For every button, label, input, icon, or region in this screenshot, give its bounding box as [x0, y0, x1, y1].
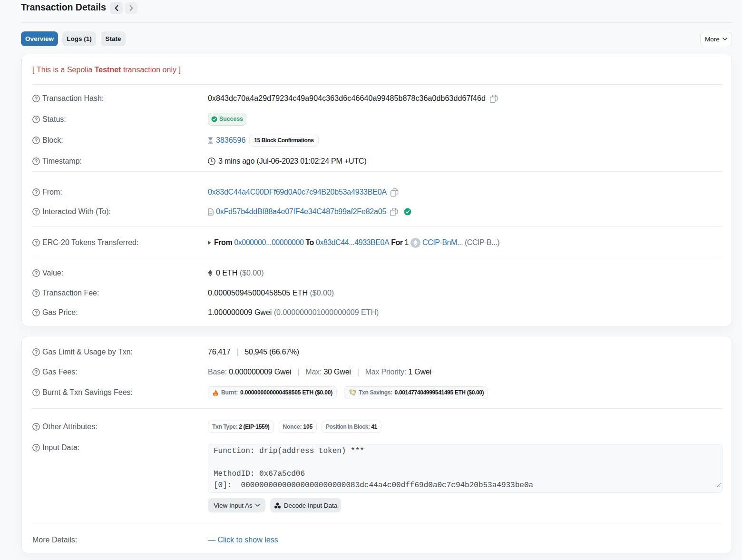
svg-text:?: ?	[35, 424, 38, 430]
svg-text:?: ?	[35, 189, 38, 195]
svg-text:?: ?	[35, 369, 38, 375]
svg-text:?: ?	[35, 290, 38, 296]
svg-text:?: ?	[35, 349, 38, 355]
svg-text:?: ?	[35, 138, 38, 143]
svg-text:?: ?	[35, 445, 38, 451]
svg-text:?: ?	[35, 209, 38, 215]
svg-text:?: ?	[35, 117, 38, 122]
svg-text:?: ?	[35, 310, 38, 315]
svg-text:?: ?	[35, 390, 38, 395]
svg-text:?: ?	[35, 240, 38, 246]
svg-text:?: ?	[35, 158, 38, 164]
svg-text:?: ?	[35, 270, 38, 276]
svg-text:?: ?	[35, 96, 38, 101]
